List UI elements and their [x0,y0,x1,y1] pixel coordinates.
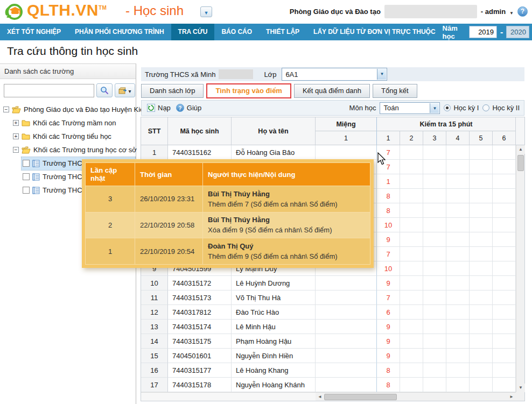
cell-test15-grade-2[interactable] [400,290,423,305]
school-checkbox[interactable] [23,187,30,194]
cell-test15-grade-4[interactable] [446,276,470,290]
cell-test15-grade-1[interactable]: 7 [377,247,400,261]
school-checkbox[interactable] [23,173,30,180]
cell-test15-grade-6[interactable] [493,334,516,349]
nav-item-phân-phối-chương-trình[interactable]: PHÂN PHỐI CHƯƠNG TRÌNH [68,24,171,40]
cell-test15-grade-6[interactable] [493,320,516,334]
cell-test15-grade-2[interactable] [400,349,423,363]
year-from-input[interactable] [469,26,497,38]
cell-test15-grade-4[interactable] [446,174,470,189]
school-checkbox[interactable] [23,160,30,167]
table-row[interactable]: 137440315174Lê Minh Hậu9 [141,320,516,334]
cell-test15-grade-4[interactable] [446,349,470,363]
cell-oral-grade[interactable] [316,378,377,392]
cell-test15-grade-6[interactable] [493,232,516,247]
cell-test15-grade-4[interactable] [446,305,470,320]
cell-test15-grade-2[interactable] [400,334,423,349]
cell-test15-grade-2[interactable] [400,232,423,247]
horizontal-scrollbar-thumb[interactable] [324,394,397,400]
tab[interactable]: Kết quả điểm danh [294,84,370,98]
cell-test15-grade-3[interactable] [423,145,446,160]
cell-test15-grade-1[interactable]: 9 [377,320,400,334]
cell-test15-grade-1[interactable]: 9 [377,276,400,290]
cell-test15-grade-2[interactable] [400,174,423,189]
cell-test15-grade-4[interactable] [446,232,470,247]
cell-test15-grade-4[interactable] [446,290,470,305]
table-row[interactable]: 147440315175Phạm Hoàng Hậu9 [141,334,516,349]
subject-select[interactable]: Toán [380,102,440,114]
cell-test15-grade-6[interactable] [493,174,516,189]
module-dropdown-button[interactable] [200,6,212,17]
cell-test15-grade-2[interactable] [400,203,423,218]
class-select[interactable]: 6A1 [282,68,387,81]
table-row[interactable]: 107440315172Lê Huỳnh Dương9 [141,276,516,290]
cell-test15-grade-5[interactable] [470,203,493,218]
table-row[interactable]: 127440317812Đào Trúc Hào6 [141,305,516,320]
chevron-down-icon[interactable] [509,7,514,17]
cell-test15-grade-4[interactable] [446,145,470,160]
vertical-scrollbar-thumb[interactable] [517,155,524,171]
chevron-down-icon[interactable] [377,69,386,80]
cell-test15-grade-2[interactable] [400,305,423,320]
cell-test15-grade-1[interactable]: 10 [377,261,400,276]
help-button[interactable]: Giúp [176,104,201,112]
cell-test15-grade-1[interactable]: 9 [377,232,400,247]
cell-test15-grade-1[interactable]: 7 [377,290,400,305]
cell-test15-grade-4[interactable] [446,378,470,392]
table-row[interactable]: 117440315173Võ Thị Thu Hà7 [141,290,516,305]
cell-test15-grade-1[interactable]: 10 [377,218,400,232]
cell-test15-grade-4[interactable] [446,261,470,276]
cell-test15-grade-3[interactable] [423,320,446,334]
cell-test15-grade-2[interactable] [400,247,423,261]
cell-test15-grade-6[interactable] [493,378,516,392]
cell-test15-grade-6[interactable] [493,363,516,378]
cell-test15-grade-1[interactable]: 9 [377,349,400,363]
cell-test15-grade-6[interactable] [493,349,516,363]
reload-button[interactable]: Nạp [147,104,171,112]
cell-test15-grade-4[interactable] [446,334,470,349]
cell-test15-grade-1[interactable]: 1 [377,174,400,189]
nav-item-thiết-lập[interactable]: THIẾT LẬP [259,24,306,40]
cell-test15-grade-5[interactable] [470,160,493,174]
cell-test15-grade-2[interactable] [400,320,423,334]
cell-oral-grade[interactable] [316,334,377,349]
tree-node-group[interactable]: Khối các Trường trung học cơ sở [0,143,135,157]
cell-test15-grade-5[interactable] [470,363,493,378]
cell-test15-grade-1[interactable]: 8 [377,378,400,392]
cell-test15-grade-6[interactable] [493,218,516,232]
cell-test15-grade-4[interactable] [446,203,470,218]
vertical-scrollbar[interactable] [516,145,524,392]
cell-test15-grade-4[interactable] [446,320,470,334]
cell-oral-grade[interactable] [316,276,377,290]
tree-node-group[interactable]: Khối các Trường mầm non [0,116,135,130]
cell-test15-grade-3[interactable] [423,276,446,290]
export-button[interactable] [115,83,135,97]
cell-test15-grade-6[interactable] [493,305,516,320]
cell-test15-grade-3[interactable] [423,203,446,218]
cell-test15-grade-6[interactable] [493,189,516,203]
cell-test15-grade-3[interactable] [423,378,446,392]
tab[interactable]: Tổng kết [373,84,417,98]
cell-test15-grade-5[interactable] [470,349,493,363]
cell-test15-grade-3[interactable] [423,232,446,247]
cell-test15-grade-3[interactable] [423,290,446,305]
expand-icon[interactable] [13,133,19,139]
cell-test15-grade-2[interactable] [400,363,423,378]
cell-test15-grade-6[interactable] [493,261,516,276]
nav-item-xét-tốt-nghiệp[interactable]: XÉT TỐT NGHIỆP [0,24,68,40]
cell-test15-grade-3[interactable] [423,363,446,378]
cell-test15-grade-1[interactable]: 8 [377,189,400,203]
scroll-left-arrow[interactable] [316,393,324,401]
collapse-icon[interactable] [13,147,19,153]
cell-test15-grade-4[interactable] [446,218,470,232]
cell-test15-grade-5[interactable] [470,334,493,349]
tree-node-root[interactable]: Phòng Giáo dục và Đào tạo Huyện Kiến [0,103,135,116]
user-menu-label[interactable]: - admin [481,8,506,16]
nav-item-tra-cứu[interactable]: TRA CỨU [171,24,215,40]
chevron-down-icon[interactable] [430,103,439,113]
nav-item-lấy-dữ-liệu-từ-đơn-vị-trực-thuộc[interactable]: LẤY DỮ LIỆU TỪ ĐƠN VỊ TRỰC THUỘC [306,24,443,40]
table-row[interactable]: 17440315162Đỗ Hoàng Gia Bảo7 [141,145,516,160]
cell-test15-grade-3[interactable] [423,218,446,232]
cell-test15-grade-6[interactable] [493,203,516,218]
semester2-radio[interactable] [482,104,489,111]
